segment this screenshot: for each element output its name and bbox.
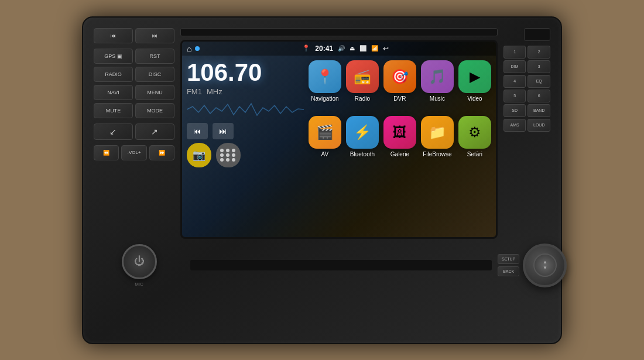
app-dvr[interactable]: 🎯DVR bbox=[383, 60, 416, 112]
volume-icon: 🔊 bbox=[338, 45, 345, 52]
num-6-button[interactable]: 6 bbox=[527, 90, 550, 102]
main-content-area: 106.70 FM1 MHz ⏮ bbox=[182, 56, 496, 172]
app-navigation-icon: 📍 bbox=[309, 60, 341, 93]
app-av-icon: 🎬 bbox=[309, 116, 341, 149]
app-dvr-icon: 🎯 bbox=[383, 60, 416, 93]
screen-container: ⌂ 📍 20:41 🔊 ⏏ ⬜ 📶 ↩ bbox=[180, 28, 498, 239]
app-galerie-label: Galerie bbox=[390, 151, 409, 157]
radio-band: FM1 bbox=[187, 87, 202, 96]
status-time: 20:41 bbox=[315, 44, 333, 53]
mute-button[interactable]: MUTE bbox=[94, 103, 133, 118]
status-bar: ⌂ 📍 20:41 🔊 ⏏ ⬜ 📶 ↩ bbox=[182, 42, 496, 56]
ams-button[interactable]: AMS bbox=[503, 119, 526, 132]
power-knob[interactable]: ⏻ bbox=[122, 244, 157, 279]
knob-inner: ▲ ▼ bbox=[533, 253, 557, 277]
camera-icon-button[interactable]: 📷 bbox=[187, 143, 211, 167]
app-filebrowse-icon: 📁 bbox=[421, 116, 454, 149]
left-controls-panel: ⏮ ⏭ GPS ▣ RST RADIO DISC NAVI MENU MUTE … bbox=[94, 28, 174, 239]
extra-icons-row: 📷 bbox=[187, 143, 304, 167]
track-next-button[interactable]: ⏩ bbox=[149, 145, 174, 160]
eject-icon: ⏏ bbox=[350, 45, 355, 52]
disc-button[interactable]: DISC bbox=[135, 67, 174, 82]
bottom-section: ⏻ MIC SETUP BACK ▲ ▼ bbox=[94, 244, 550, 287]
menu-button[interactable]: MENU bbox=[135, 85, 174, 100]
right-controls-panel: 1 2 DIM 3 4 EQ 5 6 SD BAND AMS LOUD bbox=[503, 28, 550, 239]
num-4-button[interactable]: 4 bbox=[503, 75, 526, 88]
call-end-button[interactable]: ↙ bbox=[94, 124, 133, 140]
app-video[interactable]: ▶Video bbox=[458, 60, 491, 112]
right-knob[interactable]: ▲ ▼ bbox=[523, 244, 567, 287]
num-2-button[interactable]: 2 bbox=[527, 46, 550, 59]
waveform-display bbox=[187, 101, 304, 118]
radio-panel: 106.70 FM1 MHz ⏮ bbox=[187, 60, 304, 167]
play-pause-button[interactable]: ⏭ bbox=[135, 28, 174, 43]
app-navigation-label: Navigation bbox=[311, 95, 338, 102]
app-grid-button[interactable] bbox=[216, 143, 241, 167]
prev-track-button[interactable]: ⏮ bbox=[94, 28, 133, 43]
track-prev-button[interactable]: ⏪ bbox=[94, 145, 119, 160]
app-music-label: Music bbox=[430, 95, 445, 102]
card-slot bbox=[524, 28, 550, 41]
app-galerie-icon: 🖼 bbox=[383, 116, 416, 149]
car-unit: ⏮ ⏭ GPS ▣ RST RADIO DISC NAVI MENU MUTE … bbox=[82, 16, 562, 344]
mic-label: MIC bbox=[135, 282, 143, 287]
app-filebrowse-label: FileBrowse bbox=[423, 151, 451, 157]
app-bluetooth[interactable]: ⚡Bluetooth bbox=[346, 116, 379, 167]
app-radio-label: Radio bbox=[355, 95, 370, 102]
mode-button[interactable]: MODE bbox=[135, 103, 174, 118]
app-music[interactable]: 🎵Music bbox=[421, 60, 454, 112]
app-dvr-label: DVR bbox=[393, 95, 406, 102]
navi-button[interactable]: NAVI bbox=[94, 85, 133, 100]
screen-icon: ⬜ bbox=[359, 45, 366, 52]
app-setari-icon: ⚙ bbox=[458, 116, 491, 149]
back-nav-icon[interactable]: ↩ bbox=[383, 44, 389, 53]
loud-button[interactable]: LOUD bbox=[527, 119, 550, 132]
app-radio[interactable]: 📻Radio bbox=[346, 60, 379, 112]
back-button[interactable]: BACK bbox=[498, 266, 519, 276]
gps-button[interactable]: GPS ▣ bbox=[94, 49, 133, 64]
notification-dot bbox=[195, 46, 200, 51]
wifi-icon: 📶 bbox=[371, 45, 378, 52]
app-radio-icon: 📻 bbox=[346, 60, 379, 93]
band-button[interactable]: BAND bbox=[527, 104, 550, 117]
setup-button[interactable]: SETUP bbox=[498, 254, 519, 264]
screen-bottom-strip bbox=[190, 260, 492, 270]
vol-label: -VOL+ bbox=[121, 145, 146, 160]
radio-unit: MHz bbox=[207, 87, 222, 96]
num-3-button[interactable]: 3 bbox=[527, 60, 550, 73]
radio-button[interactable]: RADIO bbox=[94, 67, 133, 82]
app-bluetooth-icon: ⚡ bbox=[346, 116, 379, 149]
app-video-label: Video bbox=[467, 95, 482, 102]
app-music-icon: 🎵 bbox=[421, 60, 454, 93]
skip-back-button[interactable]: ⏮ bbox=[187, 123, 208, 139]
main-screen: ⌂ 📍 20:41 🔊 ⏏ ⬜ 📶 ↩ bbox=[180, 40, 498, 239]
sd-button[interactable]: SD bbox=[503, 104, 526, 117]
media-controls: ⏮ ⏭ bbox=[187, 123, 304, 139]
app-setari-label: Setări bbox=[467, 151, 482, 157]
app-setari[interactable]: ⚙Setări bbox=[458, 116, 491, 167]
cd-slot bbox=[180, 28, 498, 36]
radio-frequency: 106.70 bbox=[187, 60, 304, 85]
app-av-label: AV bbox=[321, 151, 329, 157]
app-av[interactable]: 🎬AV bbox=[309, 116, 341, 167]
app-video-icon: ▶ bbox=[458, 60, 491, 93]
app-filebrowse[interactable]: 📁FileBrowse bbox=[421, 116, 454, 167]
app-grid: 📍Navigation📻Radio🎯DVR🎵Music▶Video🎬AV⚡Blu… bbox=[309, 60, 491, 167]
rst-button[interactable]: RST bbox=[135, 49, 174, 64]
skip-forward-button[interactable]: ⏭ bbox=[213, 123, 234, 139]
home-icon[interactable]: ⌂ bbox=[187, 44, 191, 53]
num-1-button[interactable]: 1 bbox=[503, 46, 526, 59]
location-icon: 📍 bbox=[302, 44, 310, 52]
num-5-button[interactable]: 5 bbox=[503, 90, 526, 102]
app-navigation[interactable]: 📍Navigation bbox=[309, 60, 341, 112]
eq-button[interactable]: EQ bbox=[527, 75, 550, 88]
dim-button[interactable]: DIM bbox=[503, 60, 526, 73]
app-galerie[interactable]: 🖼Galerie bbox=[383, 116, 416, 167]
call-start-button[interactable]: ↗ bbox=[135, 124, 174, 140]
app-bluetooth-label: Bluetooth bbox=[350, 151, 375, 157]
